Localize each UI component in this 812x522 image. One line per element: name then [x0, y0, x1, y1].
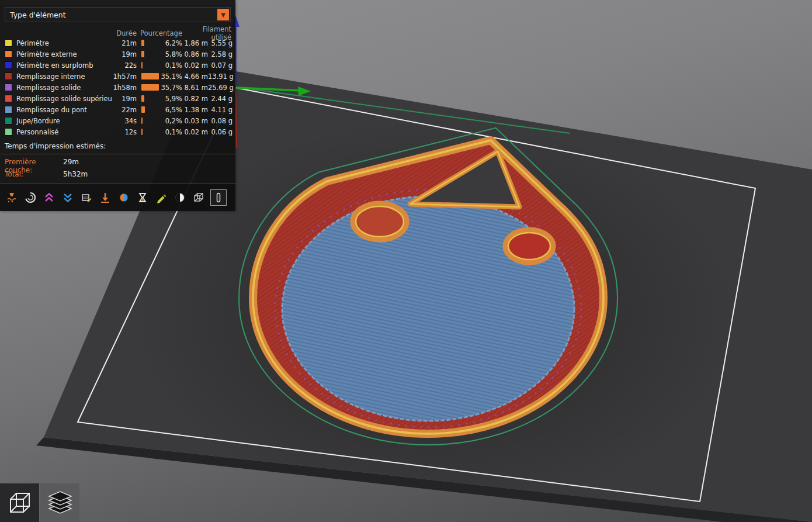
feature-percentage: 6,5%: [165, 106, 182, 114]
first-layer-row: Première couche: 29m: [5, 158, 231, 167]
legend-row[interactable]: Jupe/Bordure 34s 0,2% 0.03 m 0.08 g: [0, 115, 235, 126]
print-time-estimates: Temps d'impression estimés: Première cou…: [0, 137, 235, 184]
feature-percentage: 0,1%: [165, 128, 182, 136]
feature-weight: 4.11 g: [208, 106, 233, 114]
legend-row[interactable]: Remplissage du pont 22m 6,5% 1.38 m 4.11…: [0, 104, 235, 115]
feature-weight: 5.55 g: [208, 39, 233, 47]
feature-percentage: 35,7%: [161, 84, 182, 92]
feature-percentage: 6,2%: [165, 39, 182, 47]
legend-row[interactable]: Personnalisé 12s 0,1% 0.02 m 0.06 g: [0, 126, 235, 137]
left-circle-hole: [353, 203, 407, 240]
tool-marker-icon[interactable]: [210, 189, 227, 206]
right-circle-hole: [505, 230, 553, 262]
feature-label: Jupe/Bordure: [16, 117, 112, 125]
feature-length: 0.86 m: [182, 50, 208, 58]
feature-duration: 22m: [112, 106, 137, 114]
feature-color-swatch: [5, 84, 12, 91]
feature-duration: 21m: [112, 39, 137, 47]
legend-column-headers: Durée Pourcentage Filament utilisé: [0, 25, 235, 37]
retractions-icon[interactable]: [98, 191, 112, 205]
feature-length: 0.03 m: [182, 117, 208, 125]
first-layer-value: 29m: [63, 158, 79, 167]
feature-color-swatch: [5, 72, 12, 80]
legend-rows: Périmètre 21m 6,2% 1.86 m 5.55 g Périmèt…: [0, 37, 235, 137]
separator: [0, 154, 235, 154]
percentage-bar: [141, 73, 159, 79]
view-mode-toggles: [0, 483, 79, 522]
feature-length: 1.38 m: [182, 106, 208, 114]
preview-view-button[interactable]: [40, 483, 79, 522]
estimates-heading: Temps d'impression estimés:: [5, 142, 231, 150]
wireframe-icon[interactable]: [192, 191, 206, 205]
feature-duration: 1h58m: [112, 84, 137, 92]
legend-row[interactable]: Périmètre 21m 6,2% 1.86 m 5.55 g: [0, 37, 235, 49]
feature-percentage: 0,2%: [165, 117, 182, 125]
feature-weight: 25.69 g: [208, 84, 233, 92]
feature-duration: 19m: [112, 50, 137, 58]
ironing-icon[interactable]: [79, 191, 93, 205]
feature-label: Remplissage du pont: [16, 106, 112, 114]
percentage-bar: [141, 117, 143, 124]
shells-icon[interactable]: [23, 191, 37, 205]
legend-row[interactable]: Remplissage solide 1h58m 35,7% 8.61 m 25…: [0, 82, 235, 93]
legend-row[interactable]: Remplissage interne 1h57m 35,1% 4.66 m 1…: [0, 71, 235, 82]
feature-duration: 12s: [112, 128, 137, 136]
deretractions-icon[interactable]: [117, 191, 131, 205]
feature-label: Périmètre: [16, 39, 112, 47]
feature-color-swatch: [5, 106, 12, 113]
percentage-bar: [141, 84, 159, 91]
feature-color-swatch: [5, 95, 12, 102]
feature-length: 0.02 m: [182, 128, 208, 136]
feature-weight: 2.44 g: [208, 95, 233, 103]
feature-label: Remplissage interne: [16, 72, 112, 81]
legend-toolbar: [0, 184, 235, 211]
cube-icon: [7, 490, 33, 516]
bottom-solid-icon[interactable]: [61, 191, 75, 205]
feature-weight: 13.91 g: [208, 72, 233, 81]
feature-color-swatch: [5, 128, 12, 136]
feature-label: Remplissage solide supérieur: [16, 95, 112, 103]
total-label: Total:: [5, 170, 63, 179]
extrusions-icon[interactable]: [5, 191, 19, 205]
legend-row[interactable]: Remplissage solide supérieur 19m 5,9% 0.…: [0, 93, 235, 104]
seams-icon[interactable]: [154, 191, 168, 205]
3d-editor-view-button[interactable]: [0, 483, 39, 522]
feature-label: Périmètre externe: [16, 50, 112, 58]
feature-length: 4.66 m: [182, 72, 208, 81]
chevron-down-icon[interactable]: ▼: [217, 9, 229, 20]
total-time-row: Total: 5h32m: [5, 170, 231, 179]
legend-row[interactable]: Périmètre externe 19m 5,8% 0.86 m 2.58 g: [0, 49, 235, 60]
legend-row[interactable]: Périmètre en surplomb 22s 0,1% 0.02 m 0.…: [0, 60, 235, 71]
feature-duration: 19m: [112, 95, 137, 103]
feature-label: Personnalisé: [16, 128, 112, 136]
feature-color-swatch: [5, 39, 12, 47]
column-percentage: Pourcentage: [137, 29, 182, 37]
feature-duration: 22s: [112, 61, 137, 70]
feature-length: 8.61 m: [182, 84, 208, 92]
feature-percentage: 0,1%: [165, 61, 182, 70]
column-duration: Durée: [112, 29, 137, 37]
feature-length: 0.82 m: [182, 95, 208, 103]
feature-duration: 34s: [112, 117, 137, 125]
feature-weight: 2.58 g: [208, 50, 233, 58]
view-type-dropdown[interactable]: Type d'élément ▼: [5, 7, 231, 22]
pause-print-icon[interactable]: [136, 191, 150, 205]
percentage-bar: [141, 62, 143, 68]
feature-percentage: 35,1%: [161, 72, 182, 81]
first-layer-label: Première couche:: [5, 158, 63, 167]
percentage-bar: [141, 106, 145, 113]
top-solid-icon[interactable]: [42, 191, 56, 205]
feature-color-swatch: [5, 61, 12, 69]
view-type-value: Type d'élément: [10, 11, 66, 19]
feature-weight: 0.08 g: [208, 117, 233, 125]
percentage-bar: [141, 40, 144, 46]
feature-label: Remplissage solide: [16, 84, 112, 92]
feature-length: 0.02 m: [182, 61, 208, 70]
percentage-bar: [141, 129, 143, 135]
panel-top-strip: [0, 0, 235, 5]
total-value: 5h32m: [63, 170, 88, 179]
feature-percentage: 5,9%: [165, 95, 182, 103]
color-change-icon[interactable]: [173, 191, 187, 205]
feature-weight: 0.07 g: [208, 61, 233, 70]
layers-icon: [46, 489, 74, 517]
